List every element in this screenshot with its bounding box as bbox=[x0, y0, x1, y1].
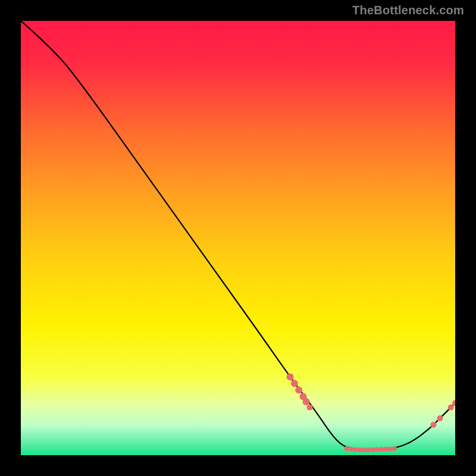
chart-frame: TheBottleneck.com bbox=[0, 0, 476, 476]
plot-area bbox=[21, 21, 455, 455]
gradient-background bbox=[21, 21, 455, 455]
watermark-label: TheBottleneck.com bbox=[352, 4, 464, 17]
